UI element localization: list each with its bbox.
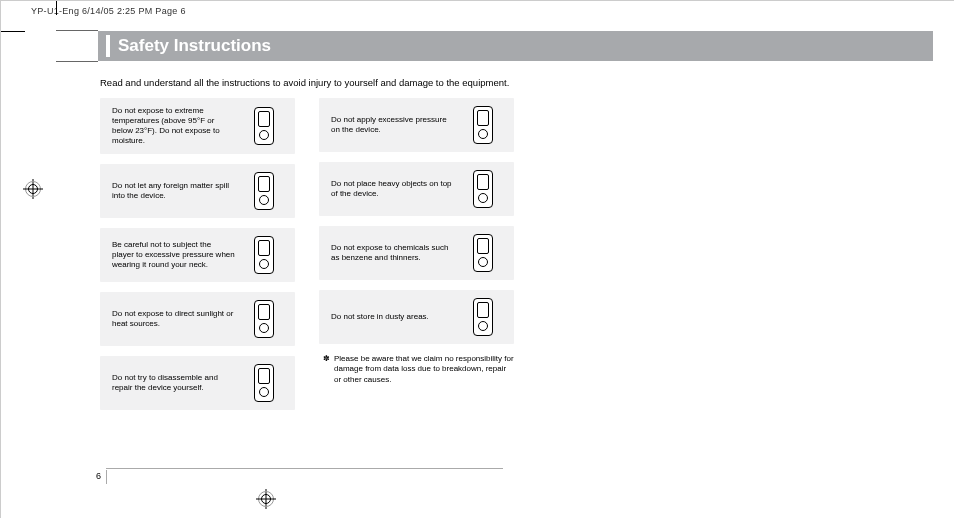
device-icon — [241, 300, 287, 338]
page-scan: YP-U1-Eng 6/14/05 2:25 PM Page 6 Safety … — [0, 0, 954, 518]
instruction-card: Do not let any foreign matter spill into… — [100, 164, 295, 218]
instruction-columns: Do not expose to extreme temperatures (a… — [100, 98, 933, 420]
instruction-column-right: Do not apply excessive pressure on the d… — [319, 98, 514, 420]
instruction-card: Do not expose to extreme temperatures (a… — [100, 98, 295, 154]
instruction-text: Do not expose to extreme temperatures (a… — [112, 106, 241, 146]
instruction-text: Do not expose to chemicals such as benze… — [331, 243, 460, 263]
device-icon — [460, 170, 506, 208]
registration-mark-icon — [23, 179, 43, 199]
device-icon — [460, 298, 506, 336]
footnote-mark: ✽ — [323, 354, 330, 385]
crop-mark — [56, 1, 57, 15]
instruction-text: Do not place heavy objects on top of the… — [331, 179, 460, 199]
device-icon — [241, 172, 287, 210]
page-number: 6 — [96, 471, 101, 481]
instruction-text: Do not expose to direct sunlight or heat… — [112, 309, 241, 329]
crop-mark — [1, 31, 25, 32]
instruction-card: Do not store in dusty areas. — [319, 290, 514, 344]
page-content: Safety Instructions Read and understand … — [56, 31, 933, 509]
intro-text: Read and understand all the instructions… — [100, 77, 933, 88]
instruction-card: Do not apply excessive pressure on the d… — [319, 98, 514, 152]
page-title: Safety Instructions — [118, 36, 271, 56]
instruction-card: Do not try to disassemble and repair the… — [100, 356, 295, 410]
instruction-text: Do not try to disassemble and repair the… — [112, 373, 241, 393]
instruction-card: Do not expose to chemicals such as benze… — [319, 226, 514, 280]
instruction-card: Be careful not to subject the player to … — [100, 228, 295, 282]
footnote-text: Please be aware that we claim no respons… — [334, 354, 514, 385]
device-icon — [460, 106, 506, 144]
footer-tick — [106, 470, 107, 484]
instruction-text: Be careful not to subject the player to … — [112, 240, 241, 270]
device-icon — [241, 236, 287, 274]
title-bar-stub — [56, 30, 98, 62]
footnote: ✽ Please be aware that we claim no respo… — [323, 354, 514, 385]
device-icon — [241, 364, 287, 402]
device-icon — [241, 107, 287, 145]
instruction-column-left: Do not expose to extreme temperatures (a… — [100, 98, 295, 420]
title-bar-divider — [106, 35, 110, 57]
instruction-card: Do not place heavy objects on top of the… — [319, 162, 514, 216]
instruction-text: Do not let any foreign matter spill into… — [112, 181, 241, 201]
instruction-text: Do not store in dusty areas. — [331, 312, 460, 322]
title-bar: Safety Instructions — [56, 31, 933, 61]
print-header: YP-U1-Eng 6/14/05 2:25 PM Page 6 — [31, 6, 186, 16]
device-icon — [460, 234, 506, 272]
footer-rule — [106, 468, 503, 469]
instruction-card: Do not expose to direct sunlight or heat… — [100, 292, 295, 346]
instruction-text: Do not apply excessive pressure on the d… — [331, 115, 460, 135]
